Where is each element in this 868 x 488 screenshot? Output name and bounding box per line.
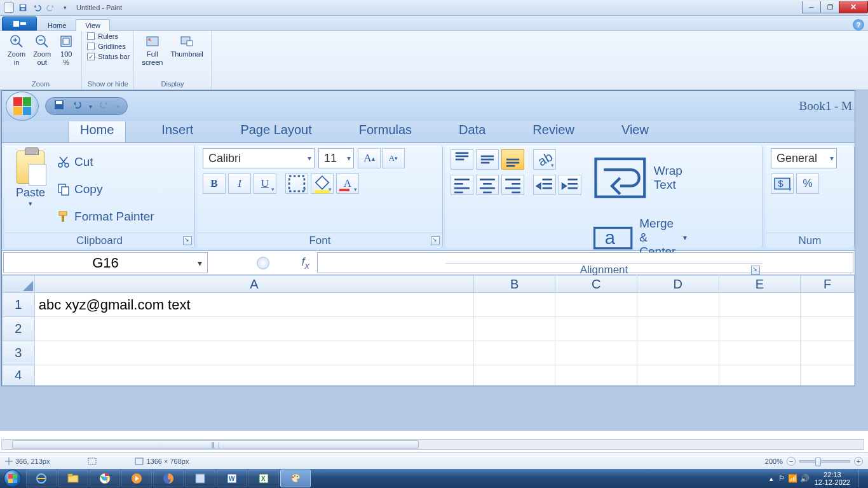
cell[interactable] (555, 317, 637, 341)
orientation-button[interactable]: ab (533, 149, 556, 170)
paint-canvas[interactable]: ▾ ▾ Book1 - M Home Insert Page Layout Fo… (0, 90, 868, 431)
tab-view[interactable]: View (76, 19, 110, 31)
cell[interactable] (474, 293, 556, 317)
increase-font-button[interactable]: A▴ (358, 148, 381, 168)
cell[interactable] (555, 341, 637, 365)
format-painter-button[interactable]: Format Painter (57, 207, 154, 226)
qat-dd-icon[interactable]: ▾ (89, 103, 92, 110)
col-header-E[interactable]: E (719, 275, 801, 293)
maximize-button[interactable]: ❐ (820, 1, 839, 13)
cell[interactable] (637, 317, 719, 341)
cell[interactable] (474, 317, 556, 341)
align-center-button[interactable] (476, 175, 499, 195)
qat-redo-icon[interactable] (98, 99, 110, 113)
task-chrome[interactable] (90, 470, 120, 487)
horizontal-scrollbar[interactable] (1, 439, 864, 450)
check-gridlines[interactable]: Gridlines (87, 43, 130, 50)
tab-home[interactable]: Home (38, 19, 76, 31)
align-top-button[interactable] (451, 149, 473, 170)
task-explorer[interactable] (58, 470, 88, 487)
task-firefox[interactable] (153, 470, 184, 487)
dialog-launcher-icon[interactable] (751, 266, 760, 274)
align-bottom-button[interactable] (501, 149, 524, 170)
zoom-out-icon[interactable]: − (787, 457, 796, 466)
cell[interactable] (474, 341, 556, 365)
qat-customize-icon[interactable]: ▾ (58, 1, 71, 14)
tab-excel-insert[interactable]: Insert (150, 119, 205, 142)
cell[interactable] (719, 365, 801, 386)
task-paint[interactable] (280, 470, 311, 487)
tray-expand-icon[interactable]: ▴ (770, 475, 773, 483)
cell[interactable] (801, 317, 855, 341)
task-app[interactable] (185, 470, 215, 487)
increase-indent-button[interactable] (559, 175, 581, 195)
cell[interactable] (719, 293, 801, 317)
tray-icons[interactable]: 🏳 📶 🔊 (778, 474, 810, 483)
zoom-in-button[interactable]: Zoom in (4, 32, 29, 67)
fx-icon[interactable]: fx (301, 255, 309, 271)
cell[interactable] (555, 293, 637, 317)
row-header-2[interactable]: 2 (2, 317, 35, 341)
font-name-combo[interactable]: Calibri (203, 148, 315, 168)
zoom-in-icon[interactable]: + (854, 457, 863, 466)
fullscreen-button[interactable]: Full screen (138, 32, 166, 67)
show-desktop-button[interactable] (858, 470, 864, 487)
cell[interactable] (555, 365, 637, 386)
border-button[interactable] (285, 173, 308, 194)
select-all-corner[interactable] (2, 275, 35, 293)
col-header-D[interactable]: D (637, 275, 719, 293)
qat-save-icon[interactable] (17, 1, 29, 14)
percent-button[interactable]: % (796, 173, 819, 194)
minimize-button[interactable]: ─ (802, 1, 821, 13)
paste-button[interactable]: Paste ▾ (10, 148, 51, 230)
cell-A1[interactable]: abc xyz@gmail.com text (35, 293, 474, 317)
task-word[interactable]: W (217, 470, 247, 487)
zoom-thumb[interactable] (815, 458, 821, 466)
tab-excel-review[interactable]: Review (521, 119, 586, 142)
cell[interactable] (801, 365, 855, 386)
row-header-4[interactable]: 4 (2, 365, 35, 386)
tab-excel-formulas[interactable]: Formulas (348, 119, 423, 142)
check-rulers[interactable]: Rulers (87, 32, 130, 40)
copy-button[interactable]: Copy (57, 180, 154, 199)
cell[interactable] (35, 365, 474, 386)
tab-excel-home[interactable]: Home (68, 118, 126, 142)
number-format-combo[interactable]: General (771, 148, 837, 168)
check-statusbar[interactable]: ✓Status bar (87, 53, 130, 60)
wrap-text-button[interactable]: Wrap Text (590, 148, 687, 208)
spreadsheet-grid[interactable]: A B C D E F 1 abc xyz@gmail.com text 2 3 (2, 275, 855, 386)
tab-excel-data[interactable]: Data (447, 119, 497, 142)
tab-excel-pagelayout[interactable]: Page Layout (229, 119, 323, 142)
col-header-B[interactable]: B (474, 275, 556, 293)
decrease-indent-button[interactable] (533, 175, 556, 195)
qat-dd-icon[interactable]: ▾ (116, 103, 119, 110)
bold-button[interactable]: B (203, 173, 226, 194)
cut-button[interactable]: Cut (57, 152, 154, 172)
zoom-slider[interactable] (799, 460, 850, 463)
qat-save-icon[interactable] (53, 99, 65, 113)
tab-excel-view[interactable]: View (610, 119, 660, 142)
qat-undo-icon[interactable] (71, 99, 83, 113)
cell[interactable] (637, 365, 719, 386)
name-box[interactable]: G16 (3, 252, 208, 273)
task-media[interactable] (121, 470, 152, 487)
paint-file-menu[interactable] (2, 17, 37, 30)
start-button[interactable] (0, 469, 25, 488)
cell[interactable] (474, 365, 556, 386)
qat-undo-icon[interactable] (31, 1, 43, 14)
col-header-A[interactable]: A (35, 275, 474, 293)
clock[interactable]: 22:13 12-12-2022 (815, 471, 850, 486)
dialog-launcher-icon[interactable] (431, 236, 440, 245)
cell[interactable] (801, 293, 855, 317)
col-header-C[interactable]: C (555, 275, 637, 293)
zoom-out-button[interactable]: Zoom out (29, 32, 55, 67)
help-icon[interactable]: ? (853, 19, 864, 30)
underline-button[interactable]: U (254, 173, 276, 194)
cell[interactable] (35, 317, 474, 341)
qat-redo-icon[interactable] (44, 1, 57, 14)
cell[interactable] (719, 317, 801, 341)
align-left-button[interactable] (451, 175, 473, 195)
row-header-3[interactable]: 3 (2, 341, 35, 365)
col-header-F[interactable]: F (801, 275, 855, 293)
accounting-button[interactable]: $ (771, 173, 794, 194)
